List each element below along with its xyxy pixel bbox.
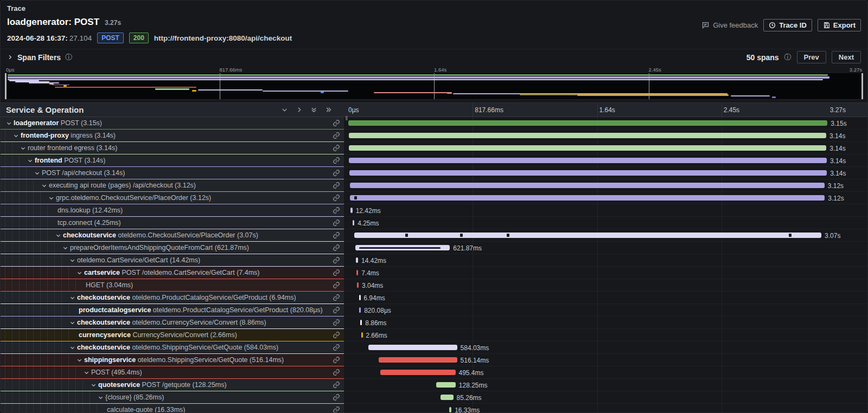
chevron-down-icon[interactable] — [75, 270, 83, 276]
link-icon[interactable] — [333, 144, 340, 152]
link-icon[interactable] — [333, 294, 340, 301]
chevron-down-icon[interactable] — [281, 106, 288, 113]
span-timeline-cell[interactable]: 4.25ms — [344, 217, 867, 229]
link-icon[interactable] — [333, 281, 340, 289]
chevrons-down-icon[interactable] — [310, 106, 317, 113]
span-timeline-cell[interactable]: 3.04ms — [344, 279, 867, 292]
span-duration-bar[interactable] — [350, 183, 825, 188]
span-name-cell[interactable]: productcatalogservice oteldemo.ProductCa… — [1, 304, 344, 317]
span-timeline-cell[interactable]: 516.14ms — [344, 354, 867, 366]
link-icon[interactable] — [333, 132, 340, 139]
span-name-cell[interactable]: quoteservice POST /getquote (128.25ms) — [1, 379, 344, 391]
span-name-cell[interactable]: cartservice POST /oteldemo.CartService/G… — [1, 267, 344, 279]
link-icon[interactable] — [333, 369, 340, 376]
span-timeline-cell[interactable]: 495.4ms — [344, 366, 867, 379]
span-name-cell[interactable]: checkoutservice oteldemo.CurrencyService… — [1, 317, 344, 329]
span-duration-bar[interactable] — [350, 208, 352, 213]
span-timeline-cell[interactable]: 3.14s — [344, 130, 867, 142]
span-duration-bar[interactable] — [361, 332, 363, 338]
chevron-down-icon[interactable] — [40, 183, 48, 189]
span-duration-bar[interactable] — [379, 357, 457, 363]
span-name-cell[interactable]: loadgenerator POST (3.15s) — [1, 117, 344, 130]
span-name-cell[interactable]: shippingservice oteldemo.ShippingService… — [1, 354, 344, 366]
span-duration-bar[interactable] — [380, 370, 456, 375]
span-duration-bar[interactable] — [354, 233, 821, 238]
link-icon[interactable] — [333, 119, 340, 127]
span-timeline-cell[interactable]: 3.14s — [344, 154, 867, 167]
chevron-down-icon[interactable] — [61, 245, 69, 251]
span-timeline-cell[interactable]: 16.33ms — [344, 404, 867, 413]
span-duration-bar[interactable] — [356, 257, 358, 263]
span-name-cell[interactable]: checkoutservice oteldemo.ShippingService… — [1, 341, 344, 354]
span-duration-bar[interactable] — [356, 270, 358, 275]
span-duration-bar[interactable] — [353, 220, 354, 225]
link-icon[interactable] — [333, 356, 340, 364]
span-duration-bar[interactable] — [441, 395, 454, 400]
link-icon[interactable] — [333, 256, 340, 264]
span-name-cell[interactable]: checkoutservice oteldemo.CheckoutService… — [1, 229, 344, 242]
minimap-left-handle[interactable] — [5, 73, 7, 99]
link-icon[interactable] — [333, 244, 340, 251]
span-timeline-cell[interactable]: 2.66ms — [344, 329, 867, 341]
span-duration-bar[interactable] — [348, 120, 827, 126]
info-icon[interactable]: ⓘ — [784, 53, 792, 62]
span-duration-bar[interactable] — [349, 170, 827, 176]
link-icon[interactable] — [333, 206, 340, 214]
span-duration-bar[interactable] — [359, 295, 361, 300]
chevron-down-icon[interactable] — [82, 370, 90, 376]
chevrons-right-icon[interactable] — [325, 106, 332, 113]
span-name-cell[interactable]: POST /api/checkout (3.14s) — [1, 167, 344, 179]
next-button[interactable]: Next — [832, 51, 861, 63]
span-name-cell[interactable]: oteldemo.CartService/GetCart (14.42ms) — [1, 254, 344, 267]
span-name-cell[interactable]: grpc.oteldemo.CheckoutService/PlaceOrder… — [1, 192, 344, 204]
chevron-down-icon[interactable] — [26, 158, 34, 164]
span-duration-bar[interactable] — [350, 195, 825, 201]
span-name-cell[interactable]: checkoutservice oteldemo.ProductCatalogS… — [1, 292, 344, 304]
chevron-down-icon[interactable] — [5, 120, 12, 127]
link-icon[interactable] — [333, 182, 340, 189]
link-icon[interactable] — [333, 406, 340, 413]
chevron-down-icon[interactable] — [12, 133, 20, 139]
span-duration-bar[interactable] — [357, 282, 359, 288]
link-icon[interactable] — [333, 319, 340, 326]
span-timeline-cell[interactable]: 3.12s — [344, 179, 867, 192]
link-icon[interactable] — [333, 169, 340, 177]
chevron-right-icon[interactable] — [296, 106, 303, 113]
span-duration-bar[interactable] — [349, 145, 827, 151]
span-name-cell[interactable]: {closure} (85.26ms) — [1, 391, 344, 404]
chevron-down-icon[interactable] — [54, 233, 62, 239]
span-name-cell[interactable]: frontend POST (3.14s) — [1, 154, 344, 167]
chevron-down-icon[interactable] — [33, 170, 41, 177]
span-timeline-cell[interactable]: 820.08μs — [344, 304, 867, 317]
span-timeline-cell[interactable]: 3.14s — [344, 167, 867, 179]
span-duration-bar[interactable] — [355, 245, 450, 250]
chevron-down-icon[interactable] — [97, 395, 104, 401]
chevron-down-icon[interactable] — [68, 320, 76, 326]
link-icon[interactable] — [333, 331, 340, 339]
span-timeline-cell[interactable]: 3.07s — [344, 229, 867, 242]
span-name-cell[interactable]: calculate-quote (16.33ms) — [1, 404, 344, 413]
prev-button[interactable]: Prev — [797, 51, 826, 63]
span-duration-bar[interactable] — [359, 307, 361, 313]
link-icon[interactable] — [333, 194, 340, 202]
span-timeline-cell[interactable]: 12.42ms — [344, 204, 867, 217]
link-icon[interactable] — [333, 269, 340, 276]
export-button[interactable]: Export — [818, 19, 861, 31]
info-icon[interactable]: ⓘ — [65, 53, 72, 62]
chevron-down-icon[interactable] — [90, 382, 97, 389]
span-name-cell[interactable]: tcp.connect (4.25ms) — [1, 217, 344, 229]
span-timeline-cell[interactable]: 3.14s — [344, 142, 867, 154]
minimap-right-handle[interactable] — [861, 73, 863, 99]
chevron-down-icon[interactable] — [68, 345, 76, 351]
chevron-down-icon[interactable] — [19, 145, 27, 152]
span-timeline-cell[interactable]: 14.42ms — [344, 254, 867, 267]
span-timeline-cell[interactable]: 3.15s — [344, 117, 867, 130]
span-timeline-cell[interactable]: 8.86ms — [344, 317, 867, 329]
span-timeline-cell[interactable]: 584.03ms — [344, 341, 867, 354]
trace-id-button[interactable]: Trace ID — [763, 19, 812, 31]
span-name-cell[interactable]: prepareOrderItemsAndShippingQuoteFromCar… — [1, 242, 344, 254]
span-duration-bar[interactable] — [360, 320, 362, 325]
span-timeline-cell[interactable]: 3.12s — [344, 192, 867, 204]
span-name-cell[interactable]: POST (495.4ms) — [1, 366, 344, 379]
minimap-viewport[interactable] — [5, 73, 863, 100]
